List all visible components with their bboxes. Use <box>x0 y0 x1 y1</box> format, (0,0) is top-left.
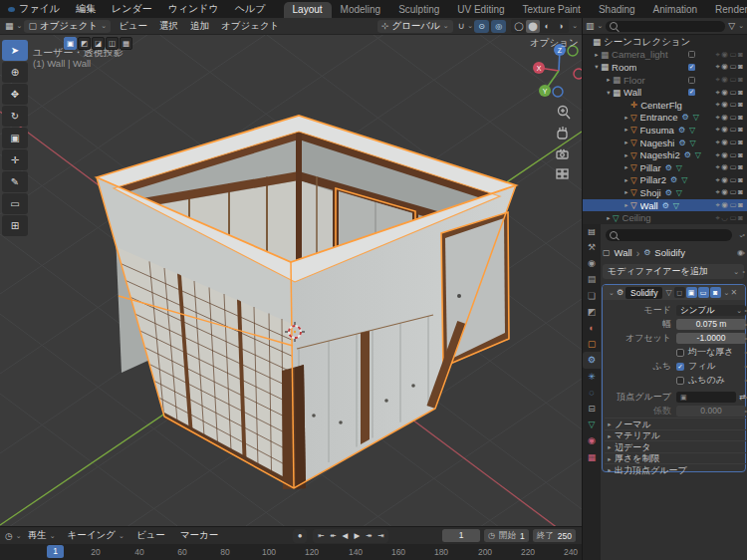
mode-dropdown[interactable]: ▢ オブジェクト ⌄ <box>24 20 111 33</box>
rotate-tool[interactable]: ↻ <box>2 106 28 127</box>
select-mode-button[interactable]: ◩ <box>78 37 91 50</box>
workspace-tab[interactable]: Layout <box>284 2 332 18</box>
row-visibility-icons[interactable]: ⌖◉▭◙ <box>716 125 744 135</box>
expander-icon[interactable]: ▸ <box>605 76 613 84</box>
orientation-dropdown[interactable]: ⊹ グローバル ⌄ <box>377 20 453 33</box>
row-visibility-icons[interactable]: ⌖◉▭◙ <box>716 138 744 147</box>
filter-icon[interactable]: ▽ <box>728 21 735 31</box>
timeline-menu-item[interactable]: キーイング⌄ <box>62 529 130 542</box>
select-mode-button[interactable]: ◫ <box>106 37 119 50</box>
transport-button[interactable]: ◀ <box>339 531 351 540</box>
transport-button[interactable]: ↞ <box>327 531 339 540</box>
transport-button[interactable]: ⇥ <box>374 531 386 540</box>
menu-item[interactable]: ヘルプ <box>227 2 274 16</box>
view-layer-tab[interactable]: ❏ <box>583 288 601 304</box>
expander-icon[interactable]: ▸ <box>622 176 630 184</box>
annotate-tool[interactable]: ✎ <box>2 171 28 192</box>
only-rim-checkbox[interactable] <box>676 377 684 385</box>
outliner-row[interactable]: ▦ シーンコレクション <box>583 36 747 49</box>
cursor-tool[interactable]: ⊕ <box>2 62 28 83</box>
row-visibility-icons[interactable]: ⌖◉▭◙ <box>716 113 744 123</box>
viewport-menu-item[interactable]: 選択 <box>153 20 184 33</box>
shading-mode-button[interactable]: ◑ <box>554 20 568 33</box>
texture-tab[interactable]: ▦ <box>583 448 601 464</box>
row-visibility-icons[interactable]: ⌖◉▭◙ <box>716 88 744 98</box>
timeline-menu-item[interactable]: ビュー <box>130 529 174 542</box>
mode-dropdown[interactable]: シンプル⌄ <box>676 305 746 316</box>
modifier-name-field[interactable]: Solidify <box>625 287 662 299</box>
workspace-tab[interactable]: Rendering <box>706 2 747 18</box>
output-tab[interactable]: ▤ <box>583 271 601 287</box>
delete-modifier-icon[interactable]: ✕ <box>730 288 737 297</box>
material-tab[interactable]: ◉ <box>583 432 601 448</box>
timeline-ruler[interactable]: 20406080100120140160180200220240 1 <box>0 544 582 560</box>
menu-item[interactable]: 編集 <box>68 2 104 16</box>
3d-viewport[interactable]: Z X Y <box>0 35 582 526</box>
rim-fill-checkbox[interactable]: ✓ <box>676 363 684 371</box>
menu-item[interactable]: ウィンドウ <box>160 2 227 16</box>
row-visibility-icons[interactable]: ⌖◉▭◙ <box>716 200 744 210</box>
outliner-row[interactable]: ▸ ▽ Shoji ⚙ ▽ ⌖◉▭◙ <box>583 186 747 199</box>
row-visibility-icons[interactable]: ⌖◉▭◙ <box>716 50 744 60</box>
timeline-menu-item[interactable]: 再生⌄ <box>22 529 62 542</box>
shading-mode-button[interactable]: ◐ <box>540 20 554 33</box>
row-visibility-icons[interactable]: ⌖◉▭◙ <box>716 162 744 172</box>
modifier-tab[interactable]: ⚙ <box>583 352 601 368</box>
expander-icon[interactable]: ▸ <box>605 214 613 222</box>
move-tool[interactable]: ✥ <box>2 84 28 105</box>
workspace-tab[interactable]: Sculpting <box>389 2 448 18</box>
row-visibility-icons[interactable]: ⌖◉▭◙ <box>716 187 744 197</box>
transform-tool[interactable]: ✛ <box>2 149 28 170</box>
editor-type-selector[interactable]: ▤ <box>583 224 601 239</box>
expander-icon[interactable]: ▾ <box>605 89 613 97</box>
select-box-tool[interactable]: ➤ <box>2 40 28 61</box>
constraints-tab[interactable]: ⊟ <box>583 401 601 417</box>
row-visibility-icons[interactable]: ⌖◉▭◙ <box>716 75 744 85</box>
select-mode-button[interactable]: ▣ <box>64 37 77 50</box>
invert-vgroup-button[interactable]: ⇄ <box>739 393 746 402</box>
workspace-tab[interactable]: Shading <box>590 2 644 18</box>
realtime-display-toggle[interactable]: ▣ <box>686 287 697 298</box>
editor-type-icon[interactable]: ▦ <box>5 21 14 31</box>
outliner-row[interactable]: ▸ ▽ Nageshi2 ⚙ ▽ ⌖◉▭◙ <box>583 148 747 161</box>
shading-mode-button[interactable]: ⬤ <box>526 20 540 33</box>
collection-checkbox[interactable] <box>688 77 695 84</box>
frame-start-field[interactable]: ◷ 開始 1 <box>484 529 529 542</box>
outliner-row[interactable]: ▸ ▽ Pillar ⚙ ▽ ⌖◉▭◙ <box>583 161 747 174</box>
render-tab[interactable]: ◉ <box>583 255 601 271</box>
row-visibility-icons[interactable]: ⌖◡▭◙ <box>716 213 744 223</box>
menu-item[interactable]: ファイル <box>11 2 68 16</box>
transport-button[interactable]: ⇤ <box>315 531 327 540</box>
add-modifier-button[interactable]: モディファイアーを追加 ⌄ <box>603 264 744 279</box>
subpanel-header[interactable]: ▸ 出力頂点グループ <box>605 463 746 476</box>
factor-field[interactable]: 0.000 <box>676 406 746 417</box>
row-visibility-icons[interactable]: ⌖◉▭◙ <box>716 175 744 185</box>
viewport-menu-item[interactable]: オブジェクト <box>215 20 285 33</box>
breadcrumb-object[interactable]: Wall <box>615 247 632 258</box>
menu-item[interactable]: レンダー <box>104 2 160 16</box>
outliner-row[interactable]: ▸ ▦ Floor ⌖◉▭◙ <box>583 74 747 87</box>
workspace-tab[interactable]: Modeling <box>332 2 390 18</box>
edit-mode-display-toggle[interactable]: ◻ <box>674 287 685 298</box>
options-dropdown[interactable]: オプション⌄ <box>530 37 588 50</box>
expander-icon[interactable]: ▸ <box>622 163 630 171</box>
tool-tab[interactable]: ⚒ <box>583 239 601 255</box>
data-tab[interactable]: ▽ <box>583 417 601 432</box>
select-mode-button[interactable]: ◪ <box>92 37 105 50</box>
vertex-group-filter-icon[interactable]: ▽ <box>665 288 671 297</box>
viewport-menu-item[interactable]: 追加 <box>184 20 215 33</box>
viewport-display-toggle[interactable]: ▭ <box>698 287 709 298</box>
row-visibility-icons[interactable]: ⌖◉▭◙ <box>716 62 744 72</box>
row-visibility-icons[interactable]: ⌖◉▭◙ <box>716 100 744 110</box>
outliner-row[interactable]: ▸ ▽ Nageshi ⚙ ▽ ⌖◉▭◙ <box>583 137 747 149</box>
outliner-row[interactable]: ▾ ▦ Wall ✓ ⌖◉▭◙ <box>583 86 747 99</box>
world-tab[interactable]: ◐ <box>583 320 601 336</box>
outliner-row[interactable]: ▸ ▦ Camera_light ⌖◉▭◙ <box>583 49 747 62</box>
editor-type-icon[interactable]: ◷ <box>5 531 13 541</box>
workspace-tab[interactable]: UV Editing <box>448 2 513 18</box>
expander-icon[interactable]: ▸ <box>622 114 630 122</box>
pin-icon[interactable]: ◉ <box>737 248 744 257</box>
even-thickness-checkbox[interactable] <box>676 349 684 357</box>
collapse-icon[interactable]: ⌄ <box>609 289 615 297</box>
width-field[interactable]: 0.075 m <box>676 319 746 330</box>
